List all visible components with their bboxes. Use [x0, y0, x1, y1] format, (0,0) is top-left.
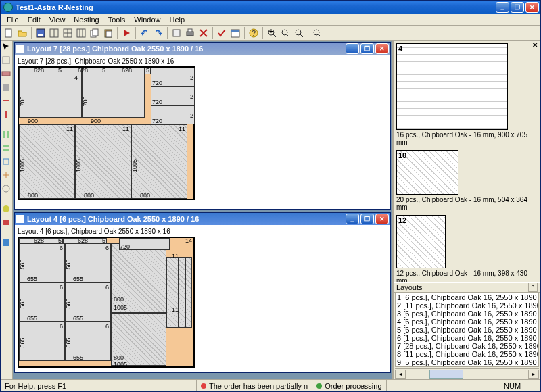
new-icon[interactable] — [2, 26, 16, 40]
child2-titlebar[interactable]: Layout 4 [6 pcs.] Chipboard Oak 2550 x 1… — [15, 213, 390, 225]
svg-text:-: - — [283, 28, 286, 35]
svg-rect-14 — [106, 31, 112, 37]
redo-icon[interactable] — [151, 26, 165, 40]
child1-max[interactable]: ❐ — [360, 43, 374, 54]
dim: 655 — [73, 354, 83, 361]
delete-icon[interactable] — [197, 26, 210, 40]
calendar-icon[interactable] — [229, 26, 242, 40]
tool10-icon[interactable] — [1, 170, 12, 181]
child2-min[interactable]: _ — [346, 214, 359, 224]
layout-item[interactable]: 9 [5 pcs.], Chipboard Oak 16, 2550 x 189… — [396, 358, 538, 366]
dim: 1005 — [114, 361, 127, 368]
collapse-icon[interactable]: ⌃ — [528, 283, 538, 292]
grid1-icon[interactable] — [47, 26, 61, 40]
svg-rect-12 — [93, 29, 98, 36]
zoomarea-icon[interactable] — [310, 26, 324, 40]
layout-item[interactable]: 1 [6 pcs.], Chipboard Oak 16, 2550 x 189… — [396, 293, 538, 301]
dim: 720 — [152, 118, 162, 124]
dim: 565 — [65, 298, 72, 308]
layout-item[interactable]: 4 [6 pcs.], Chipboard Oak 16, 2550 x 189… — [396, 318, 538, 326]
child2-close[interactable]: ✕ — [375, 214, 389, 224]
layout-item[interactable]: 8 [11 pcs.], Chipboard Oak 16, 2550 x 18… — [396, 350, 538, 358]
scroll-thumb[interactable] — [429, 370, 463, 379]
part-num: 12 — [398, 216, 406, 224]
zoomin-icon[interactable]: + — [265, 26, 279, 40]
layout-item[interactable]: 6 [1 pcs.], Chipboard Oak 16, 2550 x 189… — [396, 334, 538, 342]
tool12-icon[interactable] — [1, 204, 12, 215]
svg-line-23 — [273, 34, 276, 37]
child2-max[interactable]: ❐ — [360, 214, 374, 224]
right-panel: ✕ 4 16 pcs., Chipboard Oak - 16 mm, 900 … — [392, 41, 540, 379]
close-button[interactable]: ✕ — [525, 2, 539, 13]
tool7-icon[interactable] — [1, 130, 12, 141]
menu-edit[interactable]: Edit — [24, 15, 45, 24]
scroll-right-icon[interactable]: ► — [528, 370, 539, 379]
svg-point-30 — [314, 30, 319, 35]
svg-line-31 — [319, 34, 321, 37]
tool11-icon[interactable] — [1, 184, 12, 195]
pointer-icon[interactable] — [1, 42, 12, 53]
tool14-icon[interactable] — [1, 238, 12, 249]
tool9-icon[interactable] — [1, 157, 12, 168]
layout-item[interactable]: 3 [6 pcs.], Chipboard Oak 16, 2550 x 189… — [396, 310, 538, 318]
menu-window[interactable]: Window — [130, 15, 164, 24]
dim: 5 — [58, 237, 62, 244]
sheet-icon[interactable] — [170, 26, 183, 40]
svg-line-26 — [287, 34, 289, 37]
layout-item[interactable]: 7 [28 pcs.], Chipboard Oak 16, 2550 x 18… — [396, 342, 538, 350]
grid2-icon[interactable] — [61, 26, 74, 40]
main-title-bar: Test1-Astra R-Nesting _ ❐ ✕ — [1, 1, 540, 14]
menu-file[interactable]: File — [3, 15, 23, 24]
tool5-icon[interactable] — [1, 96, 12, 107]
help-icon[interactable]: ? — [247, 26, 260, 40]
print-icon[interactable] — [183, 26, 197, 40]
save-icon[interactable] — [34, 26, 47, 40]
part-preview-12[interactable]: 12 — [396, 215, 446, 268]
status-help: For Help, press F1 — [1, 380, 197, 391]
menu-tools[interactable]: Tools — [104, 15, 130, 24]
tool3-icon[interactable] — [1, 69, 12, 80]
tool13-icon[interactable] — [1, 218, 12, 228]
svg-text:+: + — [269, 28, 273, 35]
undo-icon[interactable] — [138, 26, 151, 40]
svg-rect-16 — [187, 32, 193, 36]
svg-rect-33 — [2, 72, 10, 76]
part-caption: 16 pcs., Chipboard Oak - 16 mm, 900 x 70… — [396, 131, 538, 146]
menu-help[interactable]: Help — [165, 15, 189, 24]
menu-view[interactable]: View — [45, 15, 70, 24]
child1-close[interactable]: ✕ — [375, 43, 389, 54]
tool6-icon[interactable] — [1, 109, 12, 120]
left-toolbar — [1, 41, 13, 379]
dim: 628 — [78, 237, 88, 244]
tool4-icon[interactable] — [1, 82, 12, 93]
copy-icon[interactable] — [88, 26, 101, 40]
scroll-left-icon[interactable]: ◄ — [395, 370, 406, 379]
tool2-icon[interactable] — [1, 55, 12, 66]
menu-nesting[interactable]: Nesting — [70, 15, 103, 24]
paste-icon[interactable] — [101, 26, 115, 40]
layouts-list[interactable]: 1 [6 pcs.], Chipboard Oak 16, 2550 x 189… — [395, 293, 539, 367]
zoomout-icon[interactable]: - — [279, 26, 292, 40]
dim: 800 — [140, 192, 150, 199]
sheet-4[interactable]: 628 5 628 5 720 14 11 6 6 6 6 6 — [18, 237, 195, 368]
open-icon[interactable] — [16, 26, 29, 40]
layouts-hscroll[interactable]: ◄ ► — [395, 368, 539, 379]
part-preview-4[interactable]: 4 — [396, 43, 508, 130]
sheet-7[interactable]: 628 5 628 5 628 5 4 2 2 2 720 720 — [18, 66, 195, 200]
panel-close-icon[interactable]: ✕ — [531, 41, 539, 49]
maximize-button[interactable]: ❐ — [511, 2, 524, 13]
child1-min[interactable]: _ — [346, 43, 359, 54]
svg-point-41 — [3, 185, 9, 192]
grid3-icon[interactable] — [74, 26, 88, 40]
child1-titlebar[interactable]: Layout 7 [28 pcs.] Chipboard Oak 2550 x … — [15, 43, 390, 55]
tool8-icon[interactable] — [1, 143, 12, 154]
run-icon[interactable] — [120, 26, 133, 40]
dim: 628 — [122, 67, 132, 74]
check-icon[interactable] — [215, 26, 229, 40]
dim: 6 — [60, 323, 63, 330]
part-preview-10[interactable]: 10 — [396, 150, 458, 195]
layout-item[interactable]: 2 [11 pcs.], Chipboard Oak 16, 2550 x 18… — [396, 301, 538, 310]
minimize-button[interactable]: _ — [496, 2, 509, 13]
zoomfit-icon[interactable] — [292, 26, 306, 40]
layout-item[interactable]: 5 [6 pcs.], Chipboard Oak 16, 2550 x 189… — [396, 326, 538, 334]
